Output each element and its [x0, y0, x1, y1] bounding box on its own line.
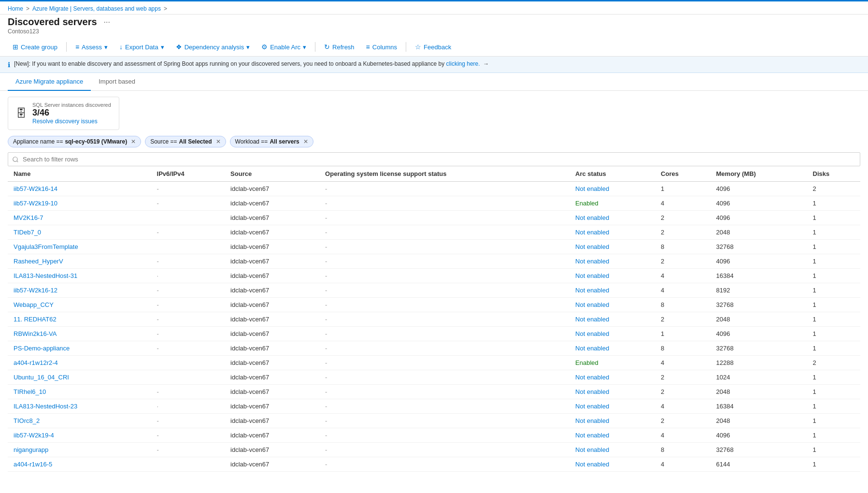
enable-arc-button[interactable]: ⚙ Enable Arc ▾ [256, 41, 311, 53]
table-row[interactable]: iib57-W2k16-14 - idclab-vcen67 - Not ena… [8, 182, 860, 196]
table-row[interactable]: a404-r1w16-5 idclab-vcen67 - Not enabled… [8, 457, 860, 472]
cell-memory: 32768 [711, 240, 807, 254]
cell-memory: 16384 [711, 269, 807, 283]
server-link[interactable]: Rasheed_HyperV [14, 258, 63, 265]
server-link[interactable]: ILA813-NestedHost-31 [14, 272, 77, 279]
table-row[interactable]: ILA813-NestedHost-23 · idclab-vcen67 - N… [8, 399, 860, 414]
cell-arc-status: Not enabled [569, 443, 655, 457]
search-input[interactable] [8, 152, 860, 166]
cell-name: nigangurapp [8, 443, 151, 457]
server-link[interactable]: TIRhel6_10 [14, 388, 46, 395]
table-row[interactable]: a404-r1w12r2-4 idclab-vcen67 - Enabled 4… [8, 356, 860, 370]
table-row[interactable]: Ubuntu_16_04_CRI idclab-vcen67 - Not ena… [8, 370, 860, 385]
enable-arc-label: Enable Arc [270, 44, 300, 51]
server-link[interactable]: Ubuntu_16_04_CRI [14, 374, 69, 381]
breadcrumb-home[interactable]: Home [8, 5, 23, 12]
export-data-button[interactable]: ↓ Export Data ▾ [114, 41, 169, 53]
server-link[interactable]: iib57-W2k16-12 [14, 287, 57, 294]
assess-button[interactable]: ≡ Assess ▾ [71, 41, 113, 53]
table-row[interactable]: ILA813-NestedHost-31 · idclab-vcen67 - N… [8, 269, 860, 283]
info-link[interactable]: clicking here. [446, 60, 480, 67]
source-filter-close[interactable]: ✕ [216, 138, 221, 145]
table-row[interactable]: nigangurapp - idclab-vcen67 - Not enable… [8, 443, 860, 457]
toolbar: ⊞ Create group ≡ Assess ▾ ↓ Export Data … [0, 38, 868, 57]
server-link[interactable]: ILA813-NestedHost-23 [14, 403, 77, 410]
table-row[interactable]: Webapp_CCY - idclab-vcen67 - Not enabled… [8, 298, 860, 312]
arc-status-value: Not enabled [575, 345, 609, 352]
resolve-discovery-link[interactable]: Resolve discovery issues [32, 118, 111, 125]
tab-import-based[interactable]: Import based [91, 73, 143, 91]
cell-os-status: - [319, 341, 569, 356]
breadcrumb-parent[interactable]: Azure Migrate | Servers, databases and w… [32, 5, 161, 12]
cell-memory: 4096 [711, 196, 807, 211]
cell-cores: 2 [655, 254, 710, 269]
arc-status-value: Not enabled [575, 316, 609, 323]
cell-source: idclab-vcen67 [225, 312, 319, 327]
server-link[interactable]: a404-r1w12r2-4 [14, 359, 58, 366]
table-row[interactable]: Rasheed_HyperV - idclab-vcen67 - Not ena… [8, 254, 860, 269]
appliance-filter-tag[interactable]: Appliance name == sql-ecy-0519 (VMware) … [8, 136, 141, 147]
server-link[interactable]: TIDeb7_0 [14, 229, 41, 236]
create-group-button[interactable]: ⊞ Create group [8, 41, 62, 53]
table-row[interactable]: 11. REDHAT62 - idclab-vcen67 - Not enabl… [8, 312, 860, 327]
server-link[interactable]: RBWin2k16-VA [14, 330, 57, 337]
workload-filter-close[interactable]: ✕ [303, 138, 308, 145]
server-link[interactable]: TIOrc8_2 [14, 417, 40, 424]
source-filter-tag[interactable]: Source == All Selected ✕ [145, 136, 226, 147]
arc-status-value: Not enabled [575, 446, 609, 453]
columns-button[interactable]: ≡ Columns [361, 41, 402, 53]
cell-cores: 8 [655, 298, 710, 312]
table-row[interactable]: TIRhel6_10 - idclab-vcen67 - Not enabled… [8, 385, 860, 399]
server-link[interactable]: iib57-W2k19-10 [14, 200, 57, 207]
cell-arc-status: Not enabled [569, 225, 655, 240]
server-link[interactable]: Webapp_CCY [14, 301, 54, 308]
cell-cores: 1 [655, 182, 710, 196]
table-row[interactable]: iib57-W2k16-12 - idclab-vcen67 - Not ena… [8, 283, 860, 298]
table-row[interactable]: iib57-W2k19-10 - idclab-vcen67 - Enabled… [8, 196, 860, 211]
server-link[interactable]: iib57-W2k19-4 [14, 432, 54, 439]
cell-arc-status: Not enabled [569, 327, 655, 341]
server-link[interactable]: 11. REDHAT62 [14, 316, 57, 323]
server-link[interactable]: PS-Demo-appliance [14, 345, 70, 352]
cell-os-status: - [319, 457, 569, 472]
workload-filter-tag[interactable]: Workload == All servers ✕ [230, 136, 313, 147]
cell-memory: 4096 [711, 254, 807, 269]
tab-azure-migrate-appliance[interactable]: Azure Migrate appliance [8, 73, 91, 91]
cell-name: Webapp_CCY [8, 298, 151, 312]
more-options-button[interactable]: ··· [101, 17, 113, 28]
server-link[interactable]: Vgajula3FromTemplate [14, 243, 78, 250]
table-row[interactable]: TIOrc8_2 - idclab-vcen67 - Not enabled 2… [8, 414, 860, 428]
arc-status-value: Not enabled [575, 272, 609, 279]
cell-disks: 1 [807, 428, 860, 443]
main-content: 🗄 SQL Server instances discovered 3/46 R… [0, 91, 868, 478]
table-row[interactable]: iib57-W2k19-4 - idclab-vcen67 - Not enab… [8, 428, 860, 443]
refresh-button[interactable]: ↻ Refresh [319, 41, 359, 53]
cell-disks: 1 [807, 457, 860, 472]
cell-arc-status: Not enabled [569, 341, 655, 356]
appliance-filter-close[interactable]: ✕ [131, 138, 136, 145]
dependency-analysis-button[interactable]: ❖ Dependency analysis ▾ [171, 41, 255, 53]
cell-source: idclab-vcen67 [225, 283, 319, 298]
info-banner: ℹ [New]: If you want to enable discovery… [0, 57, 868, 73]
table-row[interactable]: RBWin2k16-VA - idclab-vcen67 - Not enabl… [8, 327, 860, 341]
arc-status-value: Not enabled [575, 185, 609, 192]
cell-source: idclab-vcen67 [225, 211, 319, 225]
divider-3 [406, 42, 406, 52]
cell-ipv: · [151, 399, 225, 414]
cell-os-status: - [319, 356, 569, 370]
table-row[interactable]: PS-Demo-appliance - idclab-vcen67 - Not … [8, 341, 860, 356]
server-link[interactable]: a404-r1w16-5 [14, 461, 52, 468]
server-link[interactable]: iib57-W2k16-14 [14, 185, 57, 192]
discovery-label: SQL Server instances discovered [32, 102, 111, 108]
cell-arc-status: Not enabled [569, 312, 655, 327]
cell-memory: 32768 [711, 443, 807, 457]
feedback-button[interactable]: ☆ Feedback [410, 41, 456, 53]
table-row[interactable]: TIDeb7_0 - idclab-vcen67 - Not enabled 2… [8, 225, 860, 240]
server-link[interactable]: nigangurapp [14, 446, 48, 453]
table-row[interactable]: Vgajula3FromTemplate idclab-vcen67 - Not… [8, 240, 860, 254]
cell-disks: 1 [807, 196, 860, 211]
server-link[interactable]: MV2K16-7 [14, 214, 43, 221]
arc-status-value: Not enabled [575, 229, 609, 236]
cell-os-status: - [319, 385, 569, 399]
table-row[interactable]: MV2K16-7 idclab-vcen67 - Not enabled 2 4… [8, 211, 860, 225]
